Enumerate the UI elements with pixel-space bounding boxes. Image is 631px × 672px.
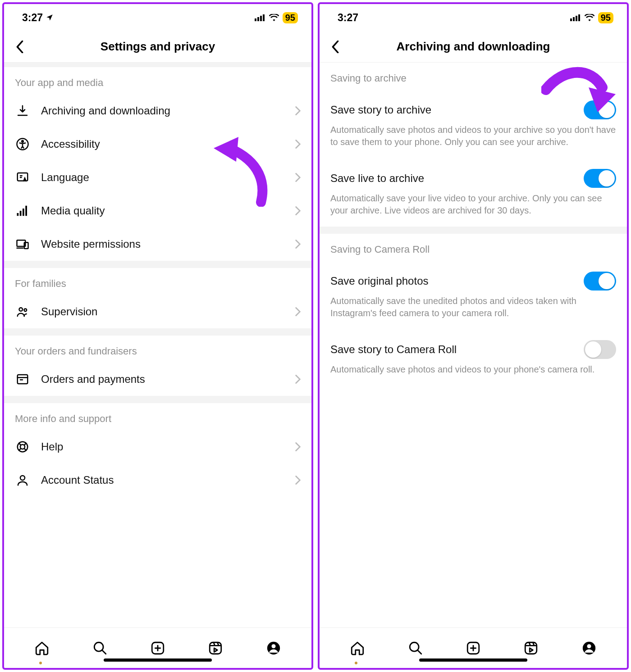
svg-rect-25 — [573, 17, 575, 21]
row-save-story-cameraroll: Save story to Camera Roll — [320, 329, 627, 363]
cellular-icon — [255, 14, 265, 21]
svg-rect-24 — [570, 18, 572, 21]
toggle-save-story-cameraroll[interactable] — [584, 340, 616, 359]
row-help[interactable]: Help — [4, 430, 311, 463]
tab-home[interactable] — [33, 639, 51, 657]
home-indicator — [104, 658, 212, 662]
chevron-right-icon — [295, 106, 301, 115]
tab-profile[interactable] — [580, 639, 598, 657]
tab-profile[interactable] — [265, 639, 283, 657]
language-icon — [15, 170, 30, 185]
toggle-label: Save live to archive — [330, 172, 424, 185]
svg-rect-0 — [255, 18, 256, 21]
toggle-label: Save story to archive — [330, 104, 431, 116]
svg-rect-27 — [578, 14, 580, 21]
svg-rect-1 — [257, 17, 259, 21]
row-label: Archiving and downloading — [41, 104, 284, 117]
tab-create[interactable] — [464, 639, 482, 657]
box-icon — [15, 372, 30, 387]
row-language[interactable]: Language — [4, 161, 311, 194]
home-indicator — [419, 658, 527, 662]
row-account-status[interactable]: Account Status — [4, 463, 311, 497]
tab-search[interactable] — [91, 639, 109, 657]
svg-point-5 — [22, 141, 23, 142]
tab-create[interactable] — [149, 639, 167, 657]
toggle-label: Save story to Camera Roll — [330, 343, 457, 356]
nav-header: Settings and privacy — [4, 31, 311, 63]
status-time: 3:27 — [338, 12, 358, 24]
section-header-support: More info and support — [4, 403, 311, 430]
section-header-app-media: Your app and media — [4, 67, 311, 94]
toggle-description: Automatically save your live video to yo… — [320, 192, 627, 227]
row-orders-payments[interactable]: Orders and payments — [4, 363, 311, 396]
svg-rect-9 — [23, 209, 24, 216]
tab-search[interactable] — [407, 639, 425, 657]
download-tray-icon — [15, 103, 30, 118]
battery-indicator: 95 — [598, 12, 613, 23]
tab-reels[interactable] — [206, 639, 224, 657]
row-label: Account Status — [41, 474, 284, 486]
chevron-right-icon — [295, 307, 301, 316]
toggle-save-live-archive[interactable] — [584, 169, 616, 188]
row-label: Supervision — [41, 305, 284, 318]
tab-bar — [320, 627, 627, 668]
back-button[interactable] — [328, 39, 343, 54]
row-label: Accessibility — [41, 138, 284, 150]
svg-rect-30 — [526, 642, 537, 654]
bars-signal-icon — [15, 203, 30, 218]
section-header-families: For families — [4, 268, 311, 295]
section-header-orders: Your orders and fundraisers — [4, 336, 311, 363]
devices-icon — [15, 236, 30, 252]
chevron-right-icon — [295, 476, 301, 485]
status-bar: 3:27 95 — [320, 4, 627, 31]
row-save-live-archive: Save live to archive — [320, 158, 627, 192]
toggle-save-original-photos[interactable] — [584, 272, 616, 291]
tab-reels[interactable] — [522, 639, 540, 657]
svg-point-17 — [20, 445, 25, 449]
svg-rect-10 — [25, 206, 27, 216]
tab-home-active-dot — [355, 662, 357, 664]
back-button[interactable] — [12, 39, 27, 54]
chevron-right-icon — [295, 375, 301, 384]
chevron-right-icon — [295, 140, 301, 149]
archive-content: Saving to archive Save story to archive … — [320, 63, 627, 627]
row-media-quality[interactable]: Media quality — [4, 194, 311, 227]
location-icon — [46, 14, 54, 22]
section-header-cameraroll: Saving to Camera Roll — [320, 234, 627, 261]
svg-rect-8 — [20, 211, 22, 216]
nav-header: Archiving and downloading — [320, 31, 627, 63]
row-label: Language — [41, 171, 284, 184]
svg-point-32 — [587, 644, 591, 648]
row-label: Orders and payments — [41, 373, 284, 386]
svg-point-13 — [19, 308, 23, 311]
chevron-right-icon — [295, 206, 301, 215]
row-supervision[interactable]: Supervision — [4, 295, 311, 328]
toggle-description: Automatically save photos and videos to … — [320, 124, 627, 158]
svg-point-14 — [24, 309, 27, 311]
settings-content: Your app and media Archiving and downloa… — [4, 63, 311, 627]
toggle-description: Automatically save the unedited photos a… — [320, 295, 627, 329]
status-bar: 3:27 95 — [4, 4, 311, 31]
row-label: Website permissions — [41, 238, 284, 250]
row-archiving[interactable]: Archiving and downloading — [4, 94, 311, 127]
chevron-right-icon — [295, 442, 301, 451]
toggle-save-story-archive[interactable] — [584, 100, 616, 119]
svg-rect-2 — [260, 16, 262, 21]
wifi-icon — [269, 14, 279, 21]
row-save-story-archive: Save story to archive — [320, 90, 627, 124]
row-website-permissions[interactable]: Website permissions — [4, 227, 311, 261]
battery-indicator: 95 — [283, 12, 298, 23]
page-title: Settings and privacy — [4, 40, 311, 54]
chevron-right-icon — [295, 240, 301, 249]
svg-rect-21 — [210, 642, 222, 654]
toggle-description: Automatically save photos and videos to … — [320, 363, 627, 386]
tab-home-active-dot — [39, 662, 42, 664]
svg-rect-3 — [263, 14, 265, 21]
chevron-right-icon — [295, 173, 301, 182]
person-icon — [15, 472, 30, 488]
wifi-icon — [585, 14, 594, 21]
tab-home[interactable] — [348, 639, 366, 657]
row-label: Help — [41, 440, 284, 453]
row-accessibility[interactable]: Accessibility — [4, 127, 311, 161]
svg-rect-26 — [576, 16, 577, 21]
